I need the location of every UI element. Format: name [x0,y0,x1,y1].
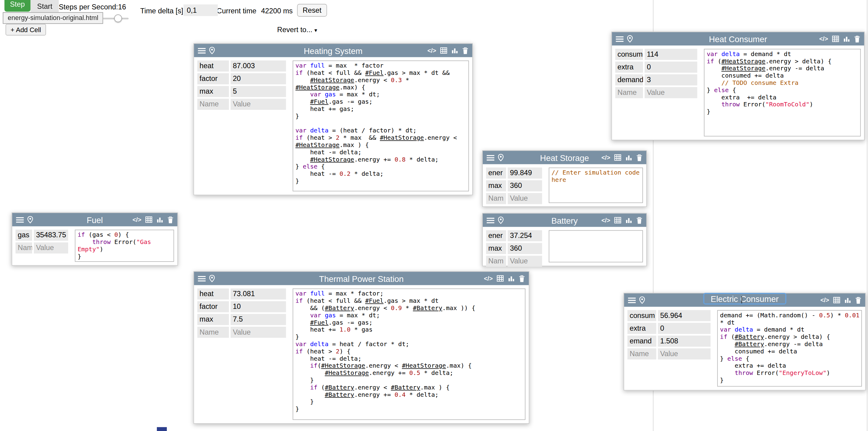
field-name-input[interactable]: max [197,86,229,97]
pin-icon[interactable] [209,275,215,283]
field-name-input[interactable]: ener [486,230,506,241]
start-button[interactable]: Start [31,0,59,14]
field-value-input[interactable]: 1.508 [658,336,711,347]
field-value-input[interactable]: 35483.75 [34,230,68,241]
trash-icon[interactable] [636,154,642,161]
step-button[interactable]: Step [4,0,31,11]
field-name-input[interactable]: heat [197,289,229,300]
card-title[interactable]: Fuel [87,215,103,224]
field-name-input[interactable]: gas [16,230,32,241]
field-value-input[interactable]: 3 [645,74,697,85]
field-name-input[interactable]: extra [627,323,656,334]
code-icon[interactable]: </> [133,217,142,223]
chart-icon[interactable] [507,275,515,282]
menu-icon[interactable] [616,36,624,42]
code-icon[interactable]: </> [484,276,493,282]
pin-icon[interactable] [498,217,504,224]
field-value-input[interactable]: 37.254 [507,230,542,241]
field-name-input[interactable]: ener [486,168,506,179]
code-icon[interactable]: </> [820,297,829,303]
field-value-input[interactable]: 73.081 [230,289,286,300]
field-name-input[interactable]: factor [197,301,229,313]
chart-icon[interactable] [451,47,459,54]
table-icon[interactable] [614,217,621,224]
field-value-input[interactable]: 10 [230,301,286,313]
menu-icon[interactable] [487,154,495,161]
code-editor[interactable]: if (gas < 0) { throw Error("GasEmpty")} [75,230,174,262]
card-header-drag-handle[interactable]: Heating System</> [194,44,472,57]
code-editor[interactable]: var delta = demand * dtif (#HeatStorage.… [704,49,861,136]
field-name-input[interactable]: Name [627,348,656,360]
pin-icon[interactable] [639,296,645,304]
field-value-input[interactable]: 7.5 [230,314,286,325]
field-name-input[interactable]: Nam [486,193,506,204]
code-editor[interactable]: var full = max * factor;if (heat < full … [292,289,525,420]
table-icon[interactable] [440,47,447,54]
card-header-drag-handle[interactable]: Heat Consumer</> [612,32,864,46]
field-name-input[interactable]: Nam [486,256,506,267]
card-header-drag-handle[interactable]: Heat Storage</> [483,151,646,164]
trash-icon[interactable] [462,47,468,54]
trash-icon[interactable] [636,217,642,224]
code-editor[interactable]: var full = max * factorif (heat < full &… [292,60,469,191]
chart-icon[interactable] [843,35,850,42]
field-name-input[interactable]: Name [615,87,643,98]
trash-icon[interactable] [167,216,174,223]
menu-icon[interactable] [628,297,636,303]
field-value-input[interactable]: Value [507,193,542,204]
time-delta-input[interactable] [184,4,218,16]
field-name-input[interactable]: consum [627,310,656,321]
field-name-input[interactable]: max [486,243,506,254]
field-value-input[interactable]: 360 [507,243,542,254]
field-value-input[interactable]: Value [658,348,711,360]
field-name-input[interactable]: Nam [16,242,32,254]
field-value-input[interactable]: 87.003 [230,60,286,71]
code-editor[interactable]: demand += (Math.random() - 0.5) * 0.01* … [717,310,862,387]
card-header-drag-handle[interactable]: Battery</> [483,214,646,227]
table-icon[interactable] [832,35,839,42]
field-value-input[interactable]: Value [34,242,68,254]
menu-icon[interactable] [198,47,206,53]
table-icon[interactable] [145,217,152,223]
field-value-input[interactable]: 0 [658,323,711,334]
add-cell-button[interactable]: + Add Cell [5,24,46,35]
code-icon[interactable]: </> [819,36,828,42]
menu-icon[interactable] [198,276,206,282]
menu-icon[interactable] [487,217,495,223]
card-title[interactable]: Heating System [304,46,363,55]
pin-icon[interactable] [27,216,33,224]
card-title[interactable]: Battery [551,216,578,225]
card-header-drag-handle[interactable]: Thermal Power Station</> [194,272,529,285]
field-value-input[interactable]: Value [645,87,697,98]
card-title[interactable]: Heat Consumer [709,34,767,44]
code-editor[interactable] [549,230,643,262]
field-value-input[interactable]: 114 [645,49,697,60]
field-name-input[interactable]: factor [197,73,229,85]
field-name-input[interactable]: emand [627,336,656,347]
card-header-drag-handle[interactable]: Electric Consumer</> [624,293,865,307]
field-value-input[interactable]: 360 [507,180,542,192]
field-name-input[interactable]: demand [615,74,643,85]
chart-icon[interactable] [625,154,632,161]
chart-icon[interactable] [625,217,632,224]
card-title[interactable]: Heat Storage [540,153,589,162]
code-icon[interactable]: </> [601,217,610,223]
pin-icon[interactable] [498,154,504,162]
slider-thumb[interactable] [114,15,122,23]
field-value-input[interactable]: 56.964 [658,310,711,321]
menu-icon[interactable] [16,217,24,223]
trash-icon[interactable] [519,275,525,282]
field-value-input[interactable]: Value [230,99,286,110]
field-name-input[interactable]: extra [615,61,643,73]
field-name-input[interactable]: max [197,314,229,325]
card-title[interactable]: Electric Consumer [703,293,786,304]
chart-icon[interactable] [156,217,163,223]
table-icon[interactable] [614,154,621,161]
field-value-input[interactable]: 0 [645,61,697,73]
field-value-input[interactable]: 5 [230,86,286,97]
pin-icon[interactable] [627,35,633,43]
field-name-input[interactable]: consum [615,49,643,60]
field-name-input[interactable]: max [486,180,506,192]
card-title[interactable]: Thermal Power Station [319,274,404,283]
field-value-input[interactable]: Value [507,256,542,267]
